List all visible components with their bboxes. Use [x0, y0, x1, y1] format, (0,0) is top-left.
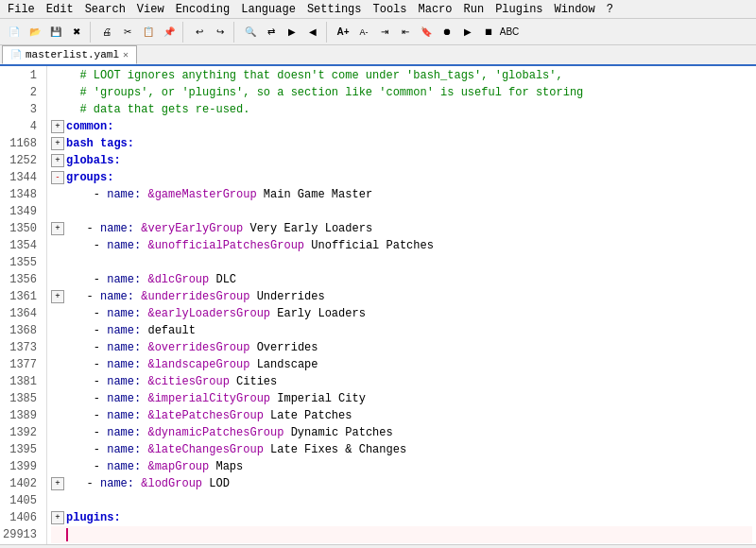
- linenum-1373: 1373: [0, 339, 41, 356]
- menu-plugins[interactable]: Plugins: [490, 1, 548, 18]
- linenum-1355: 1355: [0, 254, 41, 271]
- linenum-1356: 1356: [0, 271, 41, 288]
- btn-find-prev[interactable]: ◀: [302, 22, 323, 43]
- fold-btn-bashtags[interactable]: +: [51, 137, 64, 150]
- code-line-1356: - name: &dlcGroup DLC: [51, 271, 752, 288]
- linenum-1395: 1395: [0, 441, 41, 458]
- btn-redo[interactable]: ↪: [210, 22, 231, 43]
- code-text: - name: &latePatchesGroup Late Patches: [66, 407, 352, 424]
- linenum-1348: 1348: [0, 186, 41, 203]
- btn-zoom-out[interactable]: A-: [353, 22, 374, 43]
- code-text: - name: &underridesGroup Underrides: [66, 288, 325, 305]
- btn-find[interactable]: 🔍: [240, 22, 261, 43]
- linenum-4: 4: [0, 118, 41, 135]
- code-line-1348: - name: &gameMasterGroup Main Game Maste…: [51, 186, 752, 203]
- btn-bookmark[interactable]: 🔖: [416, 22, 437, 43]
- linenum-1399: 1399: [0, 458, 41, 475]
- menu-help[interactable]: ?: [601, 1, 619, 18]
- linenum-1368: 1368: [0, 322, 41, 339]
- code-text: - name: &imperialCityGroup Imperial City: [66, 390, 366, 407]
- btn-indent[interactable]: ⇥: [374, 22, 395, 43]
- linenum-2: 2: [0, 84, 41, 101]
- sep-2: [182, 22, 186, 43]
- btn-copy[interactable]: 📋: [138, 22, 159, 43]
- code-text: bash tags:: [66, 135, 134, 152]
- code-line-1373: - name: &overridesGroup Overrides: [51, 339, 752, 356]
- code-text: - name: &earlyLoadersGroup Early Loaders: [66, 305, 366, 322]
- tab-masterlist[interactable]: 📄 masterlist.yaml ✕: [2, 45, 137, 64]
- code-text: common:: [66, 118, 113, 135]
- code-line-1355: [51, 254, 752, 271]
- code-area[interactable]: # LOOT ignores anything that doesn't com…: [47, 66, 756, 544]
- fold-btn-globals[interactable]: +: [51, 154, 64, 167]
- btn-new[interactable]: 📄: [4, 22, 25, 43]
- linenum-1252: 1252: [0, 152, 41, 169]
- editor: 1 2 3 4 1168 1252 1344 1348 1349 1350 13…: [0, 66, 756, 544]
- fold-btn-plugins[interactable]: +: [51, 511, 64, 524]
- sep-4: [326, 22, 330, 43]
- tab-icon: 📄: [10, 49, 22, 60]
- code-text: plugins:: [66, 509, 121, 526]
- toolbar: 📄 📂 💾 ✖ 🖨 ✂ 📋 📌 ↩ ↪ 🔍 ⇄ ▶ ◀ A+ A- ⇥ ⇤ 🔖 …: [0, 19, 756, 45]
- linenum-1349: 1349: [0, 203, 41, 220]
- tab-label: masterlist.yaml: [26, 49, 119, 60]
- linenum-1364: 1364: [0, 305, 41, 322]
- menu-window[interactable]: Window: [549, 1, 601, 18]
- code-line-1399: - name: &mapGroup Maps: [51, 458, 752, 475]
- btn-spell[interactable]: ABC: [499, 22, 520, 43]
- code-line-1354: - name: &unofficialPatchesGroup Unoffici…: [51, 237, 752, 254]
- fold-btn-lod[interactable]: +: [51, 477, 64, 490]
- btn-replace[interactable]: ⇄: [261, 22, 282, 43]
- btn-undo[interactable]: ↩: [189, 22, 210, 43]
- btn-run[interactable]: ▶: [457, 22, 478, 43]
- menu-settings[interactable]: Settings: [301, 1, 368, 18]
- btn-paste[interactable]: 📌: [159, 22, 180, 43]
- code-text: - name: &lateChangesGroup Late Fixes & C…: [66, 441, 406, 458]
- fold-btn-common[interactable]: +: [51, 120, 64, 133]
- code-line-1389: - name: &latePatchesGroup Late Patches: [51, 407, 752, 424]
- btn-macro[interactable]: ⏺: [437, 22, 457, 43]
- code-line-1395: - name: &lateChangesGroup Late Fixes & C…: [51, 441, 752, 458]
- code-line-1385: - name: &imperialCityGroup Imperial City: [51, 390, 752, 407]
- linenum-1389: 1389: [0, 407, 41, 424]
- menu-macro[interactable]: Macro: [413, 1, 458, 18]
- btn-close[interactable]: ✖: [66, 22, 87, 43]
- menu-tools[interactable]: Tools: [367, 1, 412, 18]
- code-text: [66, 492, 73, 509]
- code-line-29913[interactable]: [51, 526, 752, 543]
- code-text: - name: &dynamicPatchesGroup Dynamic Pat…: [66, 424, 393, 441]
- statusbar: [0, 544, 756, 548]
- btn-print[interactable]: 🖨: [96, 22, 117, 43]
- fold-btn-veryearly[interactable]: +: [51, 222, 64, 235]
- menu-encoding[interactable]: Encoding: [170, 1, 236, 18]
- line-numbers: 1 2 3 4 1168 1252 1344 1348 1349 1350 13…: [0, 66, 47, 544]
- menu-run[interactable]: Run: [458, 1, 490, 18]
- btn-stop[interactable]: ⏹: [478, 22, 499, 43]
- tab-close-btn[interactable]: ✕: [123, 49, 129, 60]
- code-text: [66, 203, 73, 220]
- linenum-1385: 1385: [0, 390, 41, 407]
- code-text: - name: &overridesGroup Overrides: [66, 339, 318, 356]
- menu-search[interactable]: Search: [79, 1, 131, 18]
- code-line-1406: + plugins:: [51, 509, 752, 526]
- btn-open[interactable]: 📂: [25, 22, 45, 43]
- code-line-1168: + bash tags:: [51, 135, 752, 152]
- code-text: - name: &lodGroup LOD: [66, 475, 230, 492]
- linenum-29913: 29913: [0, 526, 41, 543]
- fold-btn-underrides[interactable]: +: [51, 290, 64, 303]
- btn-cut[interactable]: ✂: [117, 22, 138, 43]
- code-line-2: # 'groups', or 'plugins', so a section l…: [51, 84, 752, 101]
- code-line-1: # LOOT ignores anything that doesn't com…: [51, 67, 752, 84]
- tabbar: 📄 masterlist.yaml ✕: [0, 45, 756, 66]
- menu-file[interactable]: File: [2, 1, 41, 18]
- btn-save[interactable]: 💾: [45, 22, 66, 43]
- code-text: - name: &dlcGroup DLC: [66, 271, 236, 288]
- btn-outdent[interactable]: ⇤: [395, 22, 416, 43]
- menu-view[interactable]: View: [131, 1, 170, 18]
- btn-zoom-in[interactable]: A+: [333, 22, 353, 43]
- menu-edit[interactable]: Edit: [41, 1, 79, 18]
- code-text: - name: &mapGroup Maps: [66, 458, 243, 475]
- menu-language[interactable]: Language: [235, 1, 301, 18]
- btn-find-next[interactable]: ▶: [282, 22, 302, 43]
- fold-btn-groups[interactable]: -: [51, 171, 64, 184]
